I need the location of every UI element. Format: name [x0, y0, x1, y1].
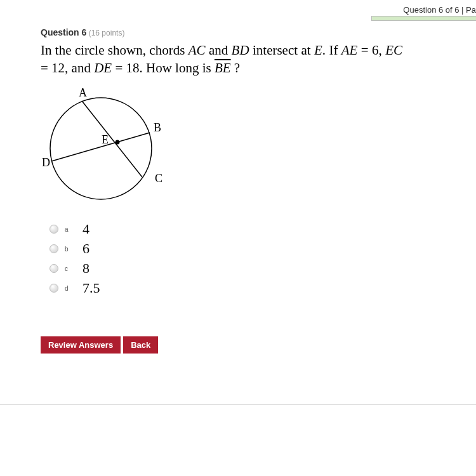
- question-header: Question 6 (16 points): [41, 27, 476, 37]
- option-value: 8: [83, 260, 89, 277]
- svg-text:B: B: [154, 121, 161, 134]
- radio-icon[interactable]: [50, 264, 58, 273]
- back-button[interactable]: Back: [123, 336, 158, 354]
- option-b[interactable]: b 6: [50, 239, 476, 259]
- option-value: 7.5: [83, 280, 100, 296]
- review-answers-button[interactable]: Review Answers: [41, 336, 121, 354]
- option-value: 6: [83, 241, 89, 257]
- radio-icon[interactable]: [50, 244, 58, 253]
- option-d[interactable]: d 7.5: [50, 279, 476, 298]
- svg-point-0: [50, 98, 152, 199]
- svg-point-3: [116, 140, 120, 144]
- circle-diagram: A B C D E: [41, 85, 476, 208]
- option-letter: a: [65, 226, 83, 233]
- svg-text:E: E: [102, 133, 109, 146]
- option-value: 4: [83, 221, 89, 237]
- progress-bar: [371, 16, 476, 21]
- option-letter: b: [65, 246, 83, 253]
- svg-line-1: [82, 101, 142, 177]
- question-text: In the circle shown, chords AC and BD in…: [41, 41, 402, 77]
- radio-icon[interactable]: [50, 225, 58, 234]
- question-points: (16 points): [86, 29, 124, 37]
- radio-icon[interactable]: [50, 284, 58, 293]
- question-number: Question 6: [41, 27, 86, 37]
- option-letter: d: [65, 285, 83, 292]
- option-a[interactable]: a 4: [50, 220, 476, 239]
- option-c[interactable]: c 8: [50, 259, 476, 279]
- svg-text:C: C: [155, 172, 162, 185]
- question-position: Question 6 of 6 | Pa: [0, 0, 476, 16]
- option-letter: c: [65, 265, 83, 272]
- svg-text:A: A: [79, 86, 87, 99]
- svg-text:D: D: [42, 156, 50, 169]
- svg-line-2: [51, 133, 150, 161]
- answer-options: a 4 b 6 c 8 d 7.5: [50, 220, 476, 298]
